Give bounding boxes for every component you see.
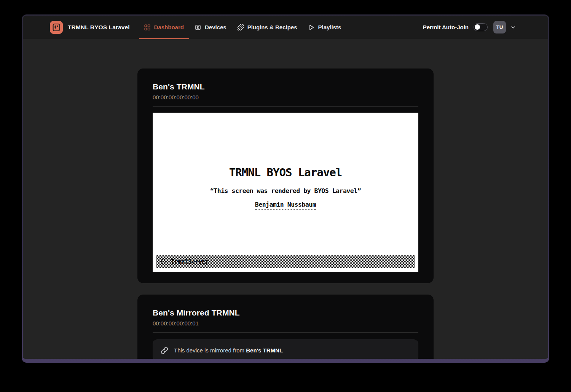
mirror-notice: This device is mirrored from Ben's TRMNL xyxy=(153,339,418,359)
user-avatar[interactable]: TU xyxy=(493,21,506,33)
device-card-bens-trmnl: Ben's TRMNL 00:00:00:00:00:00 TRMNL BYOS… xyxy=(137,69,434,283)
screen-quote: “This screen was rendered by BYOS Larave… xyxy=(153,187,418,194)
user-menu-caret[interactable] xyxy=(510,24,516,30)
device-card-bens-mirrored-trmnl: Ben's Mirrored TRMNL 00:00:00:00:00:01 T… xyxy=(137,295,434,359)
mirror-text-prefix: This device is mirrored from xyxy=(174,347,246,354)
statusbar-label: TrmnlServer xyxy=(171,258,209,265)
nav-item-plugins-recipes[interactable]: Plugins & Recipes xyxy=(232,16,302,39)
screen-author-row: Benjamin Nussbaum xyxy=(153,201,418,210)
brand-title: TRMNL BYOS Laravel xyxy=(68,24,130,31)
toggle-knob xyxy=(475,24,480,30)
nav-label-dashboard: Dashboard xyxy=(154,24,184,30)
mirror-notice-text: This device is mirrored from Ben's TRMNL xyxy=(174,347,283,354)
nav-label-playlists: Playlists xyxy=(318,24,341,30)
spinner-icon xyxy=(160,258,167,265)
nav-label-plugins-recipes: Plugins & Recipes xyxy=(247,24,297,30)
card-divider xyxy=(153,332,418,333)
screen-title: TRMNL BYOS Laravel xyxy=(153,113,418,179)
topbar: TRMNL BYOS Laravel Dashboard Devices xyxy=(23,16,548,39)
nav-label-devices: Devices xyxy=(205,24,226,30)
chevron-down-icon xyxy=(510,24,516,30)
topbar-right: Permit Auto-Join TU xyxy=(423,21,516,33)
card-divider xyxy=(153,106,418,107)
device-mac-address: 00:00:00:00:00:00 xyxy=(153,94,418,100)
brand[interactable]: TRMNL BYOS Laravel xyxy=(50,21,130,34)
screen-author-link: Benjamin Nussbaum xyxy=(255,201,316,210)
play-icon xyxy=(308,24,315,31)
screen-statusbar: TrmnlServer xyxy=(156,255,415,268)
permit-auto-join-toggle[interactable] xyxy=(474,23,488,31)
main-nav: Dashboard Devices Plugins & Recipes xyxy=(139,16,347,39)
nav-item-playlists[interactable]: Playlists xyxy=(303,16,346,39)
grid-icon xyxy=(144,24,151,31)
link-icon xyxy=(161,347,168,354)
app-window: TRMNL BYOS Laravel Dashboard Devices xyxy=(22,14,549,363)
nav-item-dashboard[interactable]: Dashboard xyxy=(139,16,189,39)
app-window-inner: TRMNL BYOS Laravel Dashboard Devices xyxy=(23,16,548,359)
permit-auto-join-label: Permit Auto-Join xyxy=(423,24,469,30)
device-mac-address: 00:00:00:00:00:01 xyxy=(153,320,418,327)
mirror-source-device: Ben's TRMNL xyxy=(246,347,283,354)
avatar-initials: TU xyxy=(496,24,503,30)
puzzle-icon xyxy=(237,24,244,31)
device-name: Ben's Mirrored TRMNL xyxy=(153,308,418,317)
dashboard-content: Ben's TRMNL 00:00:00:00:00:00 TRMNL BYOS… xyxy=(23,39,548,359)
device-list-icon xyxy=(195,24,201,31)
device-screen-preview: TRMNL BYOS Laravel “This screen was rend… xyxy=(153,113,418,272)
device-name: Ben's TRMNL xyxy=(153,82,418,91)
trmnl-logo-icon xyxy=(50,21,63,34)
nav-item-devices[interactable]: Devices xyxy=(190,16,231,39)
